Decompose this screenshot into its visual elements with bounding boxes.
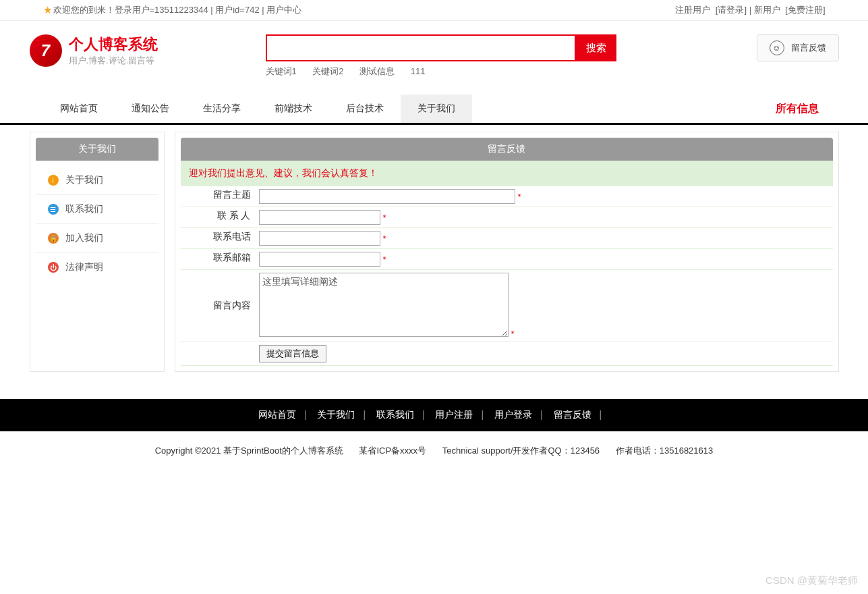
power-icon: ⏻ — [48, 262, 59, 273]
topbar-welcome: ★ 欢迎您的到来！登录用户=13511223344 | 用户id=742 | 用… — [43, 4, 302, 16]
list-icon: ☰ — [48, 204, 59, 215]
tech-support: Technical support/开发作者QQ：123456 — [442, 446, 600, 456]
footer-copyright: Copyright ©2021 基于SprintBoot的个人博客系统 某省IC… — [0, 431, 868, 470]
panel-title: 留言反馈 — [181, 138, 833, 161]
label-contact: 联 系 人 — [181, 207, 255, 228]
sidebar-item-join[interactable]: 🔒 加入我们 — [36, 224, 158, 253]
sidebar-item-contact[interactable]: ☰ 联系我们 — [36, 195, 158, 224]
icp-text: 某省ICP备xxxx号 — [359, 446, 426, 456]
headset-icon: ☺ — [770, 40, 784, 55]
nav-notice[interactable]: 通知公告 — [115, 94, 186, 123]
keyword-link[interactable]: 111 — [411, 66, 426, 76]
sidebar-title: 关于我们 — [36, 138, 158, 161]
input-contact[interactable] — [259, 210, 380, 225]
footer-link-contact[interactable]: 联系我们 — [376, 409, 414, 420]
keyword-link[interactable]: 关键词1 — [266, 66, 297, 76]
sidebar-item-about[interactable]: i 关于我们 — [36, 166, 158, 195]
input-phone[interactable] — [259, 231, 380, 246]
footer-link-about[interactable]: 关于我们 — [317, 409, 355, 420]
search-input[interactable] — [266, 34, 576, 61]
register-link[interactable]: [免费注册] — [785, 5, 825, 15]
required-mark: * — [511, 329, 515, 339]
search-button[interactable]: 搜索 — [576, 34, 616, 61]
logo[interactable]: 7 个人博客系统 用户.博客.评论.留言等 — [30, 34, 158, 67]
login-link[interactable]: [请登录] — [716, 5, 747, 15]
new-label: 新用户 — [754, 5, 780, 15]
sidebar-item-label: 法律声明 — [65, 261, 103, 273]
author-phone: 作者电话：13516821613 — [616, 446, 714, 456]
label-phone: 联系电话 — [181, 228, 255, 249]
lock-icon: 🔒 — [48, 233, 59, 244]
required-mark: * — [383, 234, 386, 244]
logo-icon: 7 — [30, 34, 62, 67]
sidebar-item-label: 关于我们 — [65, 174, 103, 186]
topbar-right: 注册用户 [请登录] | 新用户 [免费注册] — [675, 4, 825, 16]
notice-text: 迎对我们提出意见、建议，我们会认真答复！ — [181, 161, 833, 186]
keyword-link[interactable]: 关键词2 — [312, 66, 343, 76]
footer-nav: 网站首页| 关于我们| 联系我们| 用户注册| 用户登录| 留言反馈| — [0, 399, 868, 431]
keyword-link[interactable]: 测试信息 — [359, 66, 395, 76]
footer-link-feedback[interactable]: 留言反馈 — [554, 409, 591, 420]
sep: | — [749, 5, 754, 15]
logo-sub: 用户.博客.评论.留言等 — [69, 55, 158, 67]
copy-text: Copyright ©2021 基于SprintBoot的个人博客系统 — [155, 446, 343, 456]
info-icon: i — [48, 175, 59, 186]
label-email: 联系邮箱 — [181, 249, 255, 270]
submit-button[interactable]: 提交留言信息 — [259, 345, 326, 362]
footer-link-register[interactable]: 用户注册 — [435, 409, 473, 420]
label-subject: 留言主题 — [181, 186, 255, 207]
required-mark: * — [383, 254, 386, 265]
nav-all-info[interactable]: 所有信息 — [776, 102, 826, 116]
textarea-content[interactable] — [259, 273, 509, 337]
nav-about[interactable]: 关于我们 — [401, 94, 472, 123]
input-email[interactable] — [259, 252, 380, 267]
welcome-text: 欢迎您的到来！登录用户=13511223344 | 用户id=742 | 用户中… — [53, 4, 302, 16]
footer-link-home[interactable]: 网站首页 — [258, 409, 296, 420]
label-content: 留言内容 — [181, 270, 255, 342]
content-panel: 留言反馈 迎对我们提出意见、建议，我们会认真答复！ 留言主题 * 联 系 人 *… — [175, 132, 839, 372]
feedback-label: 留言反馈 — [791, 42, 826, 54]
required-mark: * — [383, 213, 386, 223]
search-keywords: 关键词1 关键词2 测试信息 111 — [266, 65, 616, 78]
nav-backend[interactable]: 后台技术 — [329, 94, 401, 123]
nav-frontend[interactable]: 前端技术 — [258, 94, 329, 123]
input-subject[interactable] — [259, 189, 515, 204]
star-icon: ★ — [43, 4, 52, 16]
sidebar-item-legal[interactable]: ⏻ 法律声明 — [36, 253, 158, 281]
required-mark: * — [518, 192, 521, 202]
sidebar-item-label: 联系我们 — [65, 203, 103, 215]
nav-life[interactable]: 生活分享 — [186, 94, 258, 123]
reg-label: 注册用户 — [675, 5, 710, 15]
logo-title: 个人博客系统 — [69, 34, 158, 55]
nav-home[interactable]: 网站首页 — [43, 94, 115, 123]
footer-link-login[interactable]: 用户登录 — [494, 409, 532, 420]
feedback-button[interactable]: ☺ 留言反馈 — [757, 34, 839, 61]
sidebar-item-label: 加入我们 — [65, 232, 103, 244]
sidebar: 关于我们 i 关于我们 ☰ 联系我们 🔒 加入我们 ⏻ 法律声明 — [30, 132, 165, 372]
